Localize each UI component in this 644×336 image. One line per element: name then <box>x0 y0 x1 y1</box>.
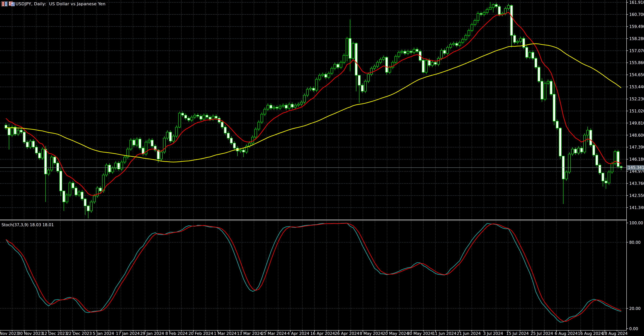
date-tick-label: 17 Jan 2024 <box>116 331 140 336</box>
price-tick-label: 141.340 <box>629 205 644 210</box>
panel-separator[interactable] <box>0 219 626 220</box>
date-tick-label: 20 Feb 2024 <box>188 331 213 336</box>
chart-surface[interactable]: 161.910160.700159.490158.280157.070155.8… <box>0 0 644 336</box>
indicator-name: Stoch(37,3,9) <box>2 223 28 227</box>
date-tick-label: 12 Dec 2023 <box>42 331 68 336</box>
price-tick-label: 159.490 <box>629 24 644 29</box>
price-tick-label: 146.180 <box>629 157 644 162</box>
indicator-label: Stoch(37,3,9) 18.03 18.01 <box>2 223 54 227</box>
price-tick-label: 153.440 <box>629 85 644 89</box>
price-tick-label: 157.070 <box>629 49 644 53</box>
date-tick-label: 4 Apr 2024 <box>287 331 309 336</box>
price-tick-label: 152.230 <box>629 97 644 101</box>
stoch-main-line <box>6 223 621 322</box>
price-tick-label: 149.810 <box>629 121 644 126</box>
date-tick-label: 15 Jul 2024 <box>506 331 529 336</box>
stoch-tick-label: 80.00 <box>629 240 640 245</box>
date-tick-label: 29 Jan 2024 <box>140 331 164 336</box>
date-tick-label: 25 Mar 2024 <box>261 331 286 336</box>
stoch-tick-label: 100.00 <box>629 221 643 225</box>
indicator-value-main: 18.03 <box>30 223 41 227</box>
ma-fast-line <box>6 12 621 195</box>
indicator-value-signal: 18.01 <box>42 223 54 227</box>
price-tick-label: 151.020 <box>629 109 644 113</box>
date-tick-label: 8 May 2024 <box>360 331 383 336</box>
price-tick-label: 154.650 <box>629 73 644 77</box>
price-tick-label: 158.280 <box>629 36 644 41</box>
price-tick-label: 142.550 <box>629 193 644 198</box>
date-tick-label: 30 May 2024 <box>407 331 433 336</box>
date-tick-label: 16 Apr 2024 <box>310 331 335 336</box>
date-tick-label: 13 Mar 2024 <box>237 331 262 336</box>
stoch-tick-label: 0.00 <box>629 327 638 331</box>
panel-separator-2 <box>0 220 626 221</box>
date-tick-label: 1 Mar 2024 <box>214 331 237 336</box>
date-tick-label: 28 Aug 2024 <box>602 331 628 336</box>
price-tick-label: 147.390 <box>629 145 644 150</box>
price-tick-label: 155.860 <box>629 60 644 65</box>
date-tick-label: 6 Aug 2024 <box>555 331 578 336</box>
price-tick-label: 143.760 <box>629 181 644 186</box>
ma-slow-line <box>6 44 621 162</box>
date-tick-label: 16 Aug 2024 <box>578 331 603 336</box>
price-tick-label: 148.600 <box>629 133 644 138</box>
chart-window: 161.910160.700159.490158.280157.070155.8… <box>0 0 644 336</box>
date-tick-label: 5 Jan 2024 <box>93 331 114 336</box>
chart-title: USDJPY, Daily: US Dollar vs Japanese Yen <box>16 1 106 6</box>
date-tick-label: 26 Apr 2024 <box>335 331 359 336</box>
date-tick-label: 8 Feb 2024 <box>166 331 188 336</box>
date-tick-label: 20 May 2024 <box>383 331 409 336</box>
date-tick-label: 3 Jul 2024 <box>483 331 503 336</box>
date-tick-label: 11 Jun 2024 <box>432 331 456 336</box>
candles <box>5 2 622 218</box>
date-tick-label: 30 Nov 2023 <box>18 331 43 336</box>
current-price-box: 145.341 <box>627 165 644 170</box>
date-tick-label: 20 Nov 2023 <box>0 331 19 336</box>
price-tick-label: 161.910 <box>629 0 644 5</box>
price-tick-label: 160.700 <box>629 12 644 17</box>
date-tick-label: 21 Jun 2024 <box>457 331 481 336</box>
chart-window-icon <box>9 1 15 6</box>
stoch-signal-line <box>6 223 621 322</box>
date-tick-label: 25 Jul 2024 <box>530 331 553 336</box>
charts-list-icon <box>2 1 8 6</box>
stoch-tick-label: 20.00 <box>629 306 640 311</box>
date-tick-label: 22 Dec 2023 <box>66 331 92 336</box>
